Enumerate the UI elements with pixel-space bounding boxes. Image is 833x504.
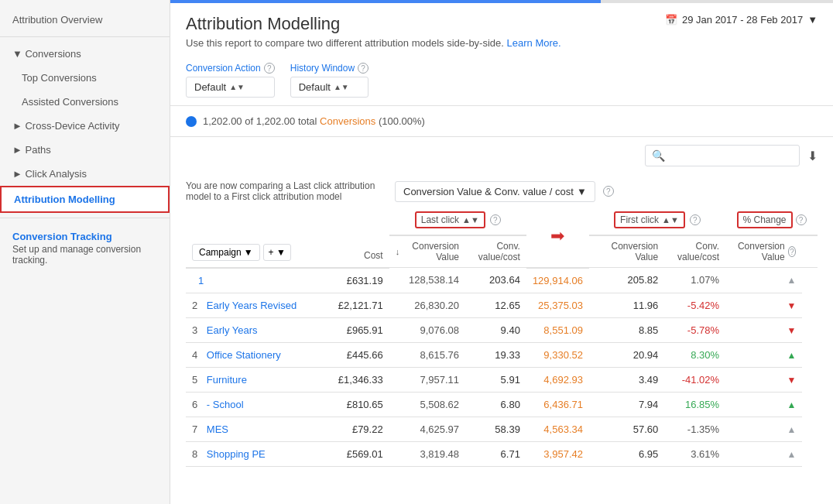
sidebar-item-attribution-overview[interactable]: Attribution Overview: [0, 8, 170, 32]
cell-cost: £631.19: [321, 268, 389, 293]
search-icon: 🔍: [652, 149, 665, 162]
pct-help[interactable]: ?: [796, 214, 807, 225]
campaign-link[interactable]: Early Years: [207, 324, 258, 336]
th-cvc-last: Conv. value/cost: [465, 235, 526, 268]
cell-cvc-last: 6.71: [465, 441, 526, 466]
cell-cv-last: 26,830.20: [389, 293, 465, 317]
comparing-text: You are now comparing a Last click attri…: [186, 180, 387, 202]
th-trend: [802, 235, 818, 268]
sidebar-item-conversions[interactable]: ▼ Conversions: [0, 42, 170, 66]
dropdown-arrow-icon: ▲▼: [229, 83, 245, 91]
chevron-down-icon: ▼: [807, 14, 818, 26]
history-window-help[interactable]: ?: [358, 63, 369, 74]
metric-help-icon[interactable]: ?: [603, 186, 614, 197]
cell-cvc-last: 19.33: [465, 342, 526, 367]
cell-cost: £445.66: [321, 342, 389, 367]
dropdown-arrow2-icon: ▲▼: [334, 83, 349, 91]
conversion-tracking-link[interactable]: Conversion Tracking: [12, 231, 112, 242]
table-toolbar: 🔍 ⬇: [186, 137, 818, 174]
row-num: 4: [192, 349, 197, 361]
table-row: 5 Furniture £1,346.33 7,957.11 5.91 4,69…: [186, 367, 818, 392]
cell-cv-last: 4,625.97: [389, 417, 465, 441]
sidebar-item-click-analysis[interactable]: ► Click Analysis: [0, 162, 170, 186]
campaign-arrow-icon: ▼: [244, 247, 253, 258]
blue-circle-icon: [186, 116, 197, 127]
cell-cv-first: 4,692.93: [526, 367, 589, 392]
campaign-link[interactable]: Early Years Revised: [207, 300, 297, 311]
row-num: 7: [192, 423, 197, 435]
cell-cvc-last: 12.65: [465, 293, 526, 317]
campaign-link[interactable]: - School: [207, 399, 244, 410]
first-click-help[interactable]: ?: [690, 214, 701, 225]
metric-dropdown[interactable]: Conversion Value & Conv. value / cost ▼: [395, 181, 595, 202]
cell-cvc-last: 58.39: [465, 417, 526, 441]
cell-cv-last: 9,076.08: [389, 317, 465, 342]
cell-trend: ▼: [725, 367, 802, 392]
cell-cost: £810.65: [321, 392, 389, 417]
cell-campaign: 5 Furniture: [186, 367, 321, 392]
search-box[interactable]: 🔍: [645, 145, 800, 166]
calendar-icon: 📅: [665, 14, 677, 26]
add-column-button[interactable]: + ▼: [263, 244, 291, 261]
trend-down-icon: ▼: [787, 300, 797, 311]
table-row: 4 Office Stationery £445.66 8,615.76 19.…: [186, 342, 818, 367]
campaign-dropdown[interactable]: Campaign ▼: [192, 244, 260, 261]
cell-cvc-first: 3.49: [589, 367, 664, 392]
conversion-summary: 1,202.00 of 1,202.00 total Conversions (…: [170, 106, 833, 137]
th-cv-first: Conversion Value: [589, 235, 664, 268]
conversion-action-help[interactable]: ?: [264, 63, 275, 74]
th-pct-value: Conversion Value ?: [725, 235, 802, 268]
last-click-help[interactable]: ?: [490, 214, 501, 225]
th-campaign: Campaign ▼ + ▼: [186, 205, 321, 268]
cell-campaign: 6 - School: [186, 392, 321, 417]
search-input[interactable]: [670, 150, 793, 162]
row-num: 8: [192, 448, 197, 460]
th-cv-last: ↓ Conversion Value: [389, 235, 465, 268]
download-icon[interactable]: ⬇: [807, 149, 818, 163]
campaign-link[interactable]: Shopping PE: [207, 448, 266, 460]
campaign-link[interactable]: Furniture: [207, 374, 247, 386]
cell-campaign: 2 Early Years Revised: [186, 293, 321, 317]
cell-pct: -5.42%: [664, 293, 725, 317]
trend-down-icon: ▼: [787, 375, 797, 386]
cell-cvc-last: 5.91: [465, 367, 526, 392]
sidebar-item-top-conversions[interactable]: Top Conversions: [0, 66, 170, 90]
sidebar-conversion-tracking[interactable]: Conversion Tracking Set up and manage co…: [0, 223, 170, 273]
history-window-dropdown[interactable]: Default ▲▼: [290, 77, 369, 98]
learn-more-link[interactable]: Learn More.: [507, 37, 561, 49]
table-row: 8 Shopping PE £569.01 3,819.48 6.71 3,95…: [186, 441, 818, 466]
cell-cost: £79.22: [321, 417, 389, 441]
cell-cvc-first: 205.82: [589, 268, 664, 293]
sidebar-item-cross-device[interactable]: ► Cross-Device Activity: [0, 114, 170, 138]
table-row: 1 £631.19 128,538.14 203.64 129,914.06 2…: [186, 268, 818, 293]
sidebar-item-assisted-conversions[interactable]: Assisted Conversions: [0, 90, 170, 114]
page-title: Attribution Modelling: [186, 14, 561, 34]
date-range[interactable]: 📅 29 Jan 2017 - 28 Feb 2017 ▼: [665, 14, 818, 26]
cell-cv-first: 129,914.06: [526, 268, 589, 293]
cell-cv-first: 3,957.42: [526, 441, 589, 466]
first-click-arrow-icon: ▲▼: [662, 215, 679, 225]
cell-cv-first: 25,375.03: [526, 293, 589, 317]
pct-cv-help[interactable]: ?: [788, 246, 797, 257]
trend-down-icon: ▼: [787, 325, 797, 336]
table-row: 3 Early Years £965.91 9,076.08 9.40 8,55…: [186, 317, 818, 342]
cell-campaign: 7 MES: [186, 417, 321, 441]
cell-cv-last: 128,538.14: [389, 268, 465, 293]
cell-trend: ▲: [725, 417, 802, 441]
campaign-link[interactable]: 1: [198, 275, 204, 286]
th-pct-change-group: % Change ?: [725, 205, 818, 235]
page-header: Attribution Modelling Use this report to…: [170, 3, 833, 106]
sidebar-item-paths[interactable]: ► Paths: [0, 138, 170, 162]
row-num: 5: [192, 374, 197, 386]
campaign-link[interactable]: MES: [207, 423, 228, 435]
trend-neutral-icon: ▲: [787, 449, 797, 460]
page-subtitle: Use this report to compare two different…: [186, 37, 561, 49]
cell-trend: ▼: [725, 293, 802, 317]
sidebar-item-attribution-modelling[interactable]: Attribution Modelling: [0, 186, 170, 213]
campaign-link[interactable]: Office Stationery: [207, 349, 281, 361]
conversion-action-dropdown[interactable]: Default ▲▼: [186, 77, 275, 98]
th-cost: Cost: [321, 205, 389, 268]
cell-campaign: 8 Shopping PE: [186, 441, 321, 466]
main-content: Attribution Modelling Use this report to…: [170, 0, 833, 504]
cell-cvc-first: 57.60: [589, 417, 664, 441]
